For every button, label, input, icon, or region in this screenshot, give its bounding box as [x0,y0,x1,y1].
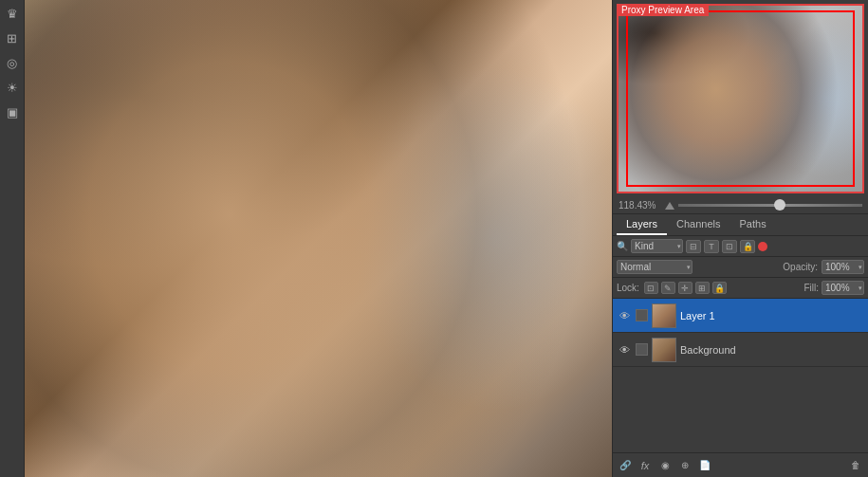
add-effect-button[interactable]: fx [637,457,654,474]
right-panel: Proxy Preview Area 118.43% Layers Channe… [612,0,868,477]
zoom-value: 118.43% [619,200,661,211]
layer1-checkbox[interactable] [636,309,648,321]
lock-position-icon[interactable]: ✛ [678,282,693,294]
main-layout: ♛ ⊞ ◎ ☀ ▣ [0,0,612,477]
kind-dropdown[interactable]: Kind Name Effect Mode [631,239,683,253]
mask-tool-icon[interactable]: ▣ [3,102,22,121]
opacity-dropdown[interactable]: 100% 75% 50% [822,260,864,274]
zoom-slider[interactable] [678,204,862,207]
background-thumbnail [652,338,676,362]
kind-dropdown-wrap: Kind Name Effect Mode [631,239,683,253]
new-group-button[interactable]: ⊕ [676,457,693,474]
filter-icon-1[interactable]: ⊟ [686,240,701,253]
filter-active-dot [758,242,767,251]
layer-item-background[interactable]: 👁 Background [613,333,868,367]
filter-icon-2[interactable]: T [704,240,719,253]
proxy-label: Proxy Preview Area [617,4,709,16]
lock-transparent-icon[interactable]: ⊡ [644,282,658,294]
lock-row: Lock: ⊡ ✎ ✛ ⊞ 🔒 Fill: 100% 75% 50% [613,278,868,299]
blend-mode-dropdown[interactable]: Normal Dissolve Multiply Screen Overlay [617,260,693,274]
proxy-preview-image [619,6,862,192]
fill-label: Fill: [803,283,819,293]
new-layer-button[interactable]: 📄 [696,457,713,474]
filter-tool-icon[interactable]: ♛ [3,4,22,23]
delete-layer-button[interactable]: 🗑 [847,457,864,474]
layers-bottom-bar: 🔗 fx ◉ ⊕ 📄 🗑 [613,452,868,477]
add-mask-button[interactable]: ◉ [656,457,674,474]
lock-artboard-icon[interactable]: ⊞ [695,282,710,294]
lock-label: Lock: [617,283,639,293]
zoom-bar: 118.43% [613,197,868,214]
filter-icon-3[interactable]: ⊡ [722,240,737,253]
face-overlay [25,0,612,477]
tab-channels[interactable]: Channels [667,214,729,235]
layer-item-layer1[interactable]: 👁 Layer 1 [613,299,868,333]
group-tool-icon[interactable]: ⊞ [3,28,22,47]
canvas-area [25,0,612,477]
link-layers-button[interactable]: 🔗 [617,457,634,474]
lock-all-icon[interactable]: 🔒 [712,282,727,294]
background-name: Background [680,344,864,356]
tab-layers[interactable]: Layers [617,214,667,235]
layer1-name: Layer 1 [680,310,864,321]
adjust-tool-icon[interactable]: ◎ [3,53,22,72]
layer1-visibility-icon[interactable]: 👁 [617,308,632,323]
light-tool-icon[interactable]: ☀ [3,78,22,97]
proxy-preview-area: Proxy Preview Area [617,4,864,193]
blend-mode-wrap: Normal Dissolve Multiply Screen Overlay [617,260,693,274]
opacity-label: Opacity: [783,262,818,272]
background-visibility-icon[interactable]: 👁 [617,342,632,358]
filter-icon-4[interactable]: 🔒 [740,240,755,253]
tools-sidebar: ♛ ⊞ ◎ ☀ ▣ [0,0,25,477]
background-checkbox[interactable] [636,343,648,356]
layers-list: 👁 Layer 1 👁 Background [613,299,868,452]
tabs-bar: Layers Channels Paths [613,214,868,236]
zoom-down-icon[interactable] [665,202,674,210]
layer1-thumbnail [652,303,676,328]
lock-pixels-icon[interactable]: ✎ [661,282,675,294]
search-icon: 🔍 [617,241,628,251]
tab-paths[interactable]: Paths [730,214,776,235]
opacity-wrap: 100% 75% 50% [822,260,864,274]
filter-row: 🔍 Kind Name Effect Mode ⊟ T ⊡ 🔒 [613,236,868,257]
fill-wrap: 100% 75% 50% [822,281,864,295]
fill-dropdown[interactable]: 100% 75% 50% [822,281,864,295]
zoom-thumb[interactable] [774,199,785,211]
blend-row: Normal Dissolve Multiply Screen Overlay … [613,257,868,278]
canvas-image [25,0,612,477]
